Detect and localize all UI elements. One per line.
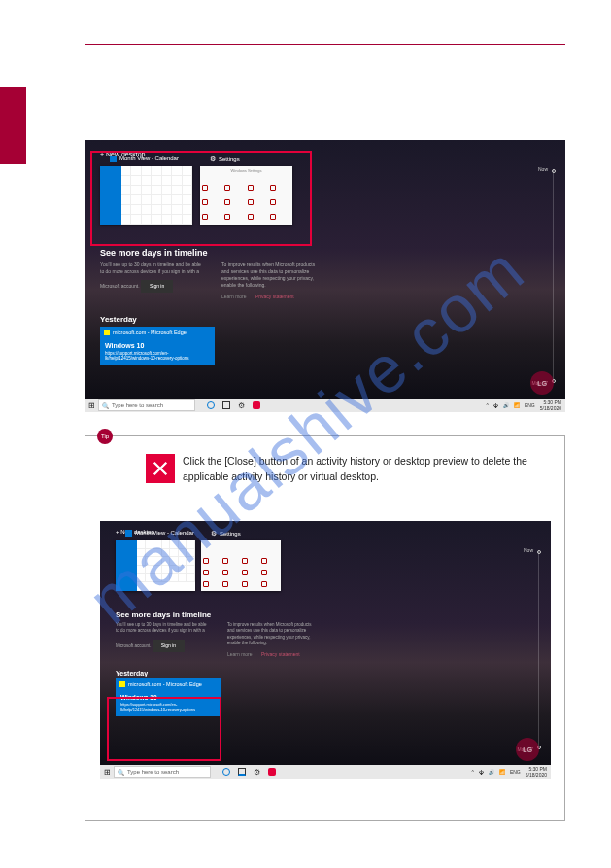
highlight-box-activity [107, 697, 221, 761]
activity-card-url: https://support.microsoft.com/en-lk/help… [105, 351, 210, 362]
activity-card[interactable]: microsoft.com - Microsoft Edge Windows 1… [100, 327, 215, 365]
edge-icon[interactable] [222, 768, 230, 776]
header-rule [85, 44, 565, 45]
window-title-settings: Settings [211, 530, 241, 538]
start-button[interactable]: ⊞ [100, 765, 114, 779]
windows-icon: ⊞ [104, 768, 111, 777]
store-icon[interactable] [238, 768, 246, 776]
privacy-link[interactable]: Privacy statement [255, 294, 294, 299]
timeline-heading: See more days in timeline [116, 610, 535, 619]
timeline-scrubber[interactable]: Now May 17 [553, 169, 554, 383]
app-icon[interactable] [268, 768, 276, 776]
close-icon [146, 454, 175, 483]
window-preview-calendar[interactable]: Month View - Calendar [116, 540, 195, 591]
activity-card-site: microsoft.com - Microsoft Edge [100, 327, 215, 338]
search-icon: 🔍 [118, 769, 124, 776]
windows-icon: ⊞ [88, 401, 95, 410]
search-input[interactable]: 🔍 Type here to search [114, 766, 211, 778]
privacy-link[interactable]: Privacy statement [261, 651, 300, 657]
edge-icon[interactable] [207, 401, 215, 409]
system-tray[interactable]: ^ ⏻ 🔊 📶 ENG 5:30 PM 5/18/2020 [487, 399, 561, 411]
tip-badge-icon: Tip [97, 429, 113, 444]
search-input[interactable]: 🔍 Type here to search [98, 399, 195, 411]
activity-card-site: microsoft.com - Microsoft Edge [116, 678, 221, 690]
tip-text: Click the [Close] button of an activity … [183, 454, 552, 485]
search-icon: 🔍 [102, 402, 109, 409]
yesterday-heading: Yesterday [116, 670, 535, 677]
window-preview-settings[interactable]: Settings [201, 540, 281, 591]
settings-icon[interactable]: ⚙ [238, 401, 245, 410]
learn-more-link[interactable]: Learn more [221, 294, 247, 299]
activity-card-title: Windows 10 [105, 342, 210, 349]
yesterday-heading: Yesterday [100, 315, 550, 324]
window-title-calendar: Month View - Calendar [125, 530, 194, 537]
timeline-scrubber[interactable]: Now May 17 [538, 550, 539, 749]
taskbar: ⊞ 🔍 Type here to search ⚙ ^ ⏻ 🔊 📶 ENG 5:… [100, 765, 551, 779]
timeline-heading: See more days in timeline [100, 248, 550, 258]
window-preview-row: Month View - Calendar Settings [104, 538, 547, 593]
learn-more-link[interactable]: Learn more [227, 651, 253, 657]
settings-icon[interactable]: ⚙ [254, 768, 260, 777]
app-icon[interactable] [253, 401, 260, 409]
page-side-tab [0, 87, 26, 164]
start-button[interactable]: ⊞ [85, 399, 98, 412]
system-tray[interactable]: ^ ⏻ 🔊 📶 ENG 5:30 PM 5/18/2020 [472, 766, 547, 778]
taskbar: ⊞ 🔍 Type here to search ⚙ ^ ⏻ 🔊 📶 ENG 5:… [85, 399, 565, 412]
timeline-right-text: To improve results when Microsoft produc… [221, 261, 315, 288]
lg-logo-icon: LG [516, 738, 539, 761]
highlight-box-previews [90, 151, 312, 246]
signin-button[interactable]: Sign in [141, 280, 173, 293]
signin-button[interactable]: Sign in [153, 640, 185, 652]
timeline-body: You'll see up to 30 days in timeline and… [90, 261, 560, 300]
lg-logo-icon: LG [530, 371, 554, 395]
store-icon[interactable] [222, 401, 230, 409]
scrubber-now-label: Now [538, 166, 548, 172]
timeline-body: You'll see up to 30 days in timeline and… [104, 622, 547, 658]
